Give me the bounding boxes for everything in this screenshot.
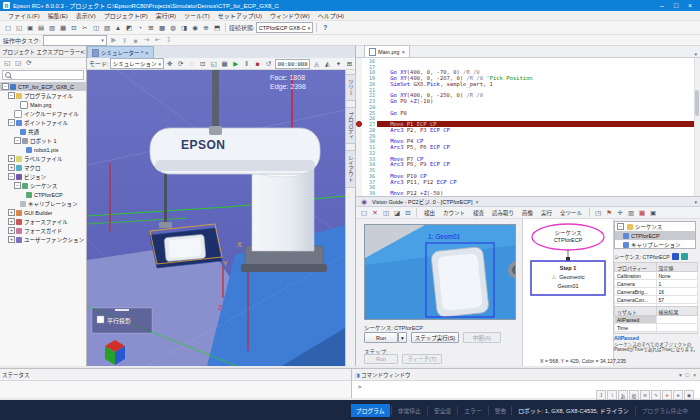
run-dropdown-button[interactable]: ▾ xyxy=(398,332,407,343)
command-window-icon[interactable]: ◨ xyxy=(179,23,189,33)
vision-tool-button-0[interactable]: 検出 xyxy=(420,207,439,219)
tree-expander-icon[interactable]: − xyxy=(8,173,15,180)
menu-item-3[interactable]: プロジェクト(P) xyxy=(100,11,152,20)
tree-expander-icon[interactable]: + xyxy=(8,227,15,234)
tree-expander-icon[interactable]: − xyxy=(2,83,9,90)
command-prompt[interactable]: > xyxy=(358,383,362,390)
table-row[interactable]: CalibrationNone xyxy=(615,272,698,280)
sim-reset-icon[interactable]: ↺ xyxy=(264,59,274,69)
copy-icon[interactable]: ◫ xyxy=(381,208,391,218)
table-row[interactable]: CameraCon...57 xyxy=(615,296,698,304)
close-icon[interactable]: × xyxy=(691,372,698,378)
table-row[interactable]: Camera1 xyxy=(615,280,698,288)
pin-icon[interactable]: □ xyxy=(684,372,691,378)
table-row[interactable]: CameraBrig...16 xyxy=(615,288,698,296)
ime-cloud-icon[interactable]: ❖ xyxy=(673,390,683,400)
save-all-icon[interactable]: ▦ xyxy=(58,23,68,33)
tree-item-シーケンス[interactable]: −シーケンス xyxy=(0,181,86,190)
maximize-button[interactable]: □ xyxy=(669,2,683,9)
tree-expander-icon[interactable]: − xyxy=(8,119,15,126)
tree-expander-icon[interactable]: + xyxy=(8,236,15,243)
view-preset-icon[interactable]: ◱ xyxy=(209,59,219,69)
code-editor[interactable]: 161718 Go XY(400, 0, -70, 0) /R /019 Go … xyxy=(356,58,700,196)
zoom-fit-icon[interactable]: ⊡ xyxy=(198,59,208,69)
tree-item-robot1.pts[interactable]: robot1.pts xyxy=(0,145,86,154)
tree-expander-icon[interactable]: + xyxy=(8,155,15,162)
copy-icon[interactable]: ◫ xyxy=(91,23,101,33)
ime-general-icon[interactable]: 般 xyxy=(629,390,639,400)
camera-setup-icon[interactable]: ⊡ xyxy=(403,208,413,218)
tree-expander-icon[interactable]: − xyxy=(617,223,624,230)
tree-item-ポイントファイル[interactable]: −ポイントファイル xyxy=(0,118,86,127)
tree-expander-icon[interactable]: + xyxy=(8,164,15,171)
tree-item-共通[interactable]: 共通 xyxy=(0,127,86,136)
flag-icon[interactable]: ⚑ xyxy=(604,208,614,218)
tree-expander-icon[interactable]: − xyxy=(14,182,21,189)
chevron-down-icon[interactable]: ▾ xyxy=(677,372,684,378)
tree-item-GUI Builder[interactable]: +GUI Builder xyxy=(0,208,86,217)
help-icon[interactable]: ? xyxy=(320,23,330,33)
vision-tool-button-4[interactable]: 画像 xyxy=(518,207,537,219)
sequence-flowchart[interactable]: シーケンス CTPforECP Step 1 ⚠ Geometric Geom0… xyxy=(522,219,614,366)
collision-icon[interactable]: ◬ xyxy=(311,59,321,69)
tab-simulator[interactable]: シミュレーター * × xyxy=(87,46,154,58)
vision-tool-button-2[interactable]: 検査 xyxy=(469,207,488,219)
tab-main-prg[interactable]: Main.prg × xyxy=(364,45,410,57)
tree-item-キャリブレーション[interactable]: キャリブレーション xyxy=(0,199,86,208)
active-task-select[interactable]: ▾ xyxy=(43,35,107,46)
overlay-handle[interactable] xyxy=(115,309,129,311)
close-project-icon[interactable]: ▣ xyxy=(25,23,35,33)
window-layout-icon[interactable]: ◳ xyxy=(593,208,603,218)
vision-tree-root[interactable]: −シーケンス xyxy=(615,222,695,231)
paste-icon[interactable]: ▧ xyxy=(102,23,112,33)
tree-expander-icon[interactable]: − xyxy=(14,137,21,144)
refresh-icon[interactable]: ⟳ xyxy=(24,58,34,68)
step-out-icon[interactable]: ↧ xyxy=(164,35,174,45)
editor-scrollbar[interactable] xyxy=(694,58,700,196)
pan-icon[interactable]: ✥ xyxy=(165,59,175,69)
paste-icon[interactable]: ◪ xyxy=(392,208,402,218)
editor-scrollbar-thumb[interactable] xyxy=(695,90,699,116)
new-project-icon[interactable]: ▢ xyxy=(3,23,13,33)
connection-select[interactable]: CTPforECP GX8-C▾ xyxy=(256,22,313,33)
table-row[interactable]: Time xyxy=(615,324,698,332)
pause-task-icon[interactable]: ‖ xyxy=(120,35,130,45)
sim-side-tab-1[interactable]: プロパティ xyxy=(345,107,356,145)
camera-view[interactable]: 1: Geom01 xyxy=(364,224,516,320)
vision-tree-item-CTPforECP[interactable]: CTPforECP xyxy=(615,231,695,240)
menu-item-1[interactable]: 編集(E) xyxy=(44,11,72,20)
tree-item-Main.prg[interactable]: Main.prg xyxy=(0,100,86,109)
tree-item-インクルードファイル[interactable]: インクルードファイル xyxy=(0,109,86,118)
sim-play-icon[interactable]: ▶ xyxy=(231,59,241,69)
sim-stop-icon[interactable]: ■ xyxy=(253,59,263,69)
menu-item-6[interactable]: セットアップ(U) xyxy=(214,11,266,20)
macro-icon[interactable]: ◍ xyxy=(168,23,178,33)
build-icon[interactable]: ▲ xyxy=(113,23,123,33)
tree-item-CTP_for_ECP_GX8_C[interactable]: −CTP_for_ECP_GX8_C xyxy=(0,82,86,91)
step-into-icon[interactable]: ⇥ xyxy=(142,35,152,45)
vision-tool-button-3[interactable]: 読み取り xyxy=(488,207,518,219)
abort-button[interactable]: 中断(A) xyxy=(463,332,501,343)
menu-item-0[interactable]: ファイル(F) xyxy=(4,11,44,20)
tab-list-chevron-icon[interactable]: ▾ xyxy=(694,51,697,57)
menu-item-7[interactable]: ウィンドウ(W) xyxy=(266,11,314,20)
crosshair-icon[interactable]: ✛ xyxy=(615,208,625,218)
teach-button[interactable]: ティーチ(T) xyxy=(402,354,442,364)
tree-item-ビジョン[interactable]: −ビジョン xyxy=(0,172,86,181)
ime-pad-icon[interactable]: ⊞ xyxy=(640,390,650,400)
minimize-button[interactable]: – xyxy=(655,2,669,9)
mode-select[interactable]: シミュレーション▾ xyxy=(110,58,164,69)
jog-icon[interactable] xyxy=(672,253,679,260)
grid-icon[interactable]: ▦ xyxy=(220,59,230,69)
tree-item-フォースガイド[interactable]: +フォースガイド xyxy=(0,226,86,235)
run-window-icon[interactable]: ◩ xyxy=(124,23,134,33)
vision-tool-button-1[interactable]: カウント xyxy=(439,207,469,219)
simulator-3d-viewport[interactable]: EPSON X Y Z Face: 1808 Edge: 2398 平行投影 xyxy=(87,70,345,366)
close-icon[interactable]: × xyxy=(475,199,478,205)
robot-manager-icon[interactable]: ⊕ xyxy=(201,23,211,33)
edit-icon[interactable]: ▤ xyxy=(36,23,46,33)
run-task-icon[interactable]: ▶ xyxy=(109,35,119,45)
run-button[interactable]: Run xyxy=(364,332,398,343)
operator-window-icon[interactable]: ◔ xyxy=(135,23,145,33)
command-window[interactable]: ◨ コマンドウィンドウ ▾ □ × > J∖あ般⊞✎❖❖▣ xyxy=(352,368,700,398)
